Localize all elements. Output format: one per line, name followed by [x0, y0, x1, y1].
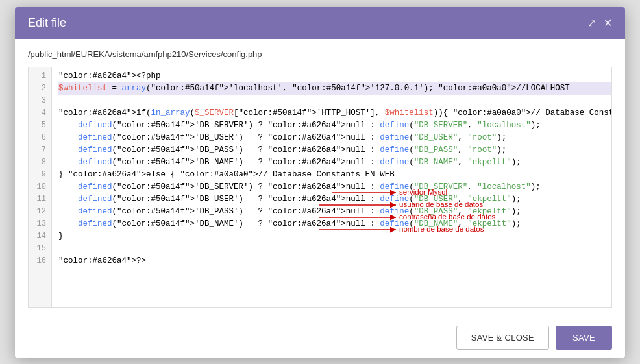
code-line	[58, 243, 612, 255]
line-number: 8	[34, 156, 46, 169]
expand-icon[interactable]: ⤢	[587, 17, 596, 29]
line-number: 6	[34, 132, 46, 144]
close-icon[interactable]: ✕	[604, 17, 612, 29]
code-line: defined("color:#50a14f">'DB_SERVER') ? "…	[58, 119, 612, 132]
code-line: $whitelist = array("color:#50a14f">'loca…	[58, 82, 612, 95]
code-line: defined("color:#50a14f">'DB_NAME') ? "co…	[58, 156, 612, 169]
code-content[interactable]: "color:#a626a4"><?php$whitelist = array(…	[52, 67, 612, 307]
code-line: defined("color:#50a14f">'DB_SERVER') ? "…	[58, 181, 612, 193]
line-number: 9	[34, 169, 46, 181]
line-number: 13	[34, 218, 46, 230]
code-line: defined("color:#50a14f">'DB_PASS') ? "co…	[58, 144, 612, 156]
modal-title: Edit file	[28, 16, 66, 30]
save-button[interactable]: SAVE	[556, 326, 612, 350]
line-number: 14	[34, 230, 46, 243]
code-line: defined("color:#50a14f">'DB_PASS') ? "co…	[58, 206, 612, 218]
line-number: 16	[34, 255, 46, 267]
code-line: defined("color:#50a14f">'DB_USER') ? "co…	[58, 132, 612, 144]
code-line: "color:#a626a4">?>	[58, 255, 612, 267]
line-number: 10	[34, 181, 46, 193]
line-number: 2	[34, 82, 46, 95]
code-area-wrapper: "color:#a626a4"><?php$whitelist = array(…	[52, 67, 612, 307]
code-line: "color:#a626a4">if(in_array($_SERVER["co…	[58, 107, 612, 119]
modal-body: /public_html/EUREKA/sistema/amfphp210/Se…	[15, 39, 625, 318]
line-number: 4	[34, 107, 46, 119]
line-number: 7	[34, 144, 46, 156]
line-number: 11	[34, 193, 46, 206]
code-line: defined("color:#50a14f">'DB_USER') ? "co…	[58, 193, 612, 206]
modal-footer: SAVE & CLOSE SAVE	[15, 318, 625, 358]
code-line: defined("color:#50a14f">'DB_NAME') ? "co…	[58, 218, 612, 230]
code-line: "color:#a626a4"><?php	[58, 70, 612, 82]
line-number: 15	[34, 243, 46, 255]
file-path: /public_html/EUREKA/sistema/amfphp210/Se…	[28, 49, 612, 59]
code-line	[58, 95, 612, 107]
header-icons: ⤢ ✕	[587, 17, 612, 29]
modal: Edit file ⤢ ✕ /public_html/EUREKA/sistem…	[15, 7, 625, 358]
line-numbers: 12345678910111213141516	[29, 67, 52, 307]
modal-header: Edit file ⤢ ✕	[15, 7, 625, 39]
line-number: 1	[34, 70, 46, 82]
code-line: }	[58, 230, 612, 243]
line-number: 12	[34, 206, 46, 218]
save-close-button[interactable]: SAVE & CLOSE	[456, 326, 549, 350]
line-number: 5	[34, 119, 46, 132]
code-line: } "color:#a626a4">else { "color:#a0a0a0"…	[58, 169, 612, 181]
code-editor[interactable]: 12345678910111213141516 "color:#a626a4">…	[28, 67, 612, 308]
line-number: 3	[34, 95, 46, 107]
